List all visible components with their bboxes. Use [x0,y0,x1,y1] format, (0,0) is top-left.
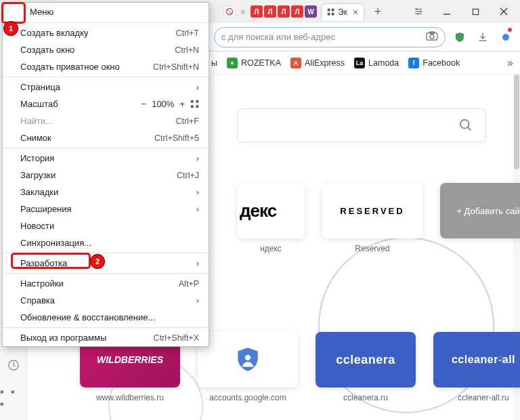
close-button[interactable] [490,2,517,21]
tile-ccleanera[interactable]: ccleanera [316,332,416,387]
tile-ccleaner-all[interactable]: ccleaner-all [433,332,520,387]
bookmark-aliexpress[interactable]: AAliExpress [290,58,345,68]
tile-reserved[interactable]: RESERVED [322,183,422,238]
tile-add-site[interactable]: + Добавить сайт [440,183,520,238]
bookmarks-overflow[interactable]: » [507,57,513,69]
vpn-button[interactable] [451,28,469,46]
search-icon [458,118,473,133]
menu-find[interactable]: Найти...Ctrl+F [3,112,209,129]
tab-close-button[interactable]: × [353,7,358,18]
menu-page[interactable]: Страница› [3,79,209,96]
active-tab[interactable]: Эк × [321,3,364,20]
svg-rect-11 [473,9,478,14]
menu-new-window[interactable]: Создать окноCtrl+N [3,41,209,58]
svg-rect-20 [196,100,198,103]
bookmark-item[interactable]: ы [211,58,217,68]
downloads-button[interactable] [474,28,492,46]
menu-settings[interactable]: НастройкиAlt+P [3,275,209,292]
tab-icon[interactable]: ≡ [237,5,249,18]
shield-icon [454,32,465,43]
chevron-right-icon: › [196,82,199,92]
menu-sync[interactable]: Синхронизация... [3,234,209,251]
svg-rect-19 [191,100,194,103]
svg-point-15 [502,34,509,41]
menu-developer[interactable]: Разработка› [3,255,209,272]
tab-icon[interactable]: Л [251,5,263,18]
svg-point-8 [416,8,418,10]
svg-point-9 [419,11,421,13]
svg-rect-6 [328,12,330,15]
annotation-badge-1: 1 [4,22,18,35]
window-controls [405,2,520,21]
sliders-icon [414,7,423,16]
zoom-value: 100% [152,99,174,109]
menu-help[interactable]: Справка› [3,292,209,309]
history-sidebar-button[interactable] [7,359,20,374]
menu-update-restore[interactable]: Обновление & восстановление... [3,309,209,326]
svg-rect-12 [427,33,437,41]
tab-icon[interactable] [223,5,236,18]
google-shield-icon [234,345,262,374]
menu-downloads[interactable]: ЗагрузкиCtrl+J [3,167,209,184]
sidebar-settings[interactable]: • • • [0,386,26,411]
tile-label: ндекс [260,244,282,253]
facebook-icon: f [408,58,419,68]
menu-snapshot[interactable]: СнимокCtrl+Shift+5 [3,129,209,146]
tile-yandex[interactable]: декс [237,183,305,238]
rozetka-icon: ● [227,58,238,68]
tile-label: www.wildberries.ru [96,393,164,402]
tab-icon[interactable]: Л [264,5,276,18]
menu-new-tab[interactable]: Создать вкладкуCtrl+T [3,24,209,41]
tile-label: ccleanera.ru [343,393,388,402]
new-tab-button[interactable]: + [370,3,386,20]
tile-label: Reserved [355,244,389,253]
bookmark-lamoda[interactable]: LaLamoda [354,58,399,68]
menu-new-private-window[interactable]: Создать приватное окноCtrl+Shift+N [3,58,209,75]
chevron-right-icon: › [196,295,199,306]
url-placeholder: с для поиска или веб-адрес [221,32,335,42]
tab-icon[interactable]: Л [291,5,303,18]
tab-strip: ≡ Л Л Л Л W Эк × + [223,3,386,20]
zoom-in-button[interactable]: + [179,99,185,109]
svg-rect-22 [196,105,198,108]
svg-rect-7 [332,12,334,15]
tile-google-accounts[interactable] [198,332,298,387]
menu-exit[interactable]: Выход из программыCtrl+Shift+X [3,329,209,346]
annotation-badge-2: 2 [91,255,104,268]
svg-point-17 [460,120,469,129]
main-menu: Меню Создать вкладкуCtrl+T Создать окноC… [2,2,209,347]
svg-point-13 [430,35,434,39]
menu-extensions[interactable]: Расширения› [3,201,209,217]
aliexpress-icon: A [290,58,301,68]
chevron-right-icon: › [196,204,199,214]
menu-title: Меню [3,3,209,21]
scroll-right-button[interactable]: › [499,349,504,366]
lamoda-icon: La [354,58,365,68]
minimize-button[interactable] [433,2,460,21]
fullscreen-icon[interactable] [190,100,199,108]
scrollbar[interactable] [514,75,519,169]
speed-dial-icon [327,8,335,16]
zoom-out-button[interactable]: − [142,99,147,109]
chevron-right-icon: › [196,187,199,197]
menu-bookmarks[interactable]: Закладки› [3,184,209,201]
easy-setup-button[interactable] [405,2,432,21]
tab-icon[interactable]: Л [278,5,290,18]
search-box[interactable] [237,108,486,142]
update-indicator[interactable] [497,28,515,46]
menu-news[interactable]: Новости [3,217,209,234]
chevron-right-icon: › [196,153,199,163]
tab-icon[interactable]: W [305,5,317,18]
svg-point-10 [417,13,419,15]
menu-history[interactable]: История› [3,150,209,167]
maximize-button[interactable] [462,2,489,21]
bookmark-rozetka[interactable]: ●ROZETKA [227,58,281,68]
menu-zoom[interactable]: Масштаб − 100% + [3,96,209,112]
camera-icon[interactable] [426,31,438,43]
svg-rect-5 [332,8,334,11]
address-bar[interactable]: с для поиска или веб-адрес [214,27,446,47]
tile-label: ccleaner-all.ru [458,393,508,402]
bookmark-facebook[interactable]: fFacebook [408,58,460,68]
svg-rect-21 [191,105,194,108]
clock-icon [7,359,20,371]
